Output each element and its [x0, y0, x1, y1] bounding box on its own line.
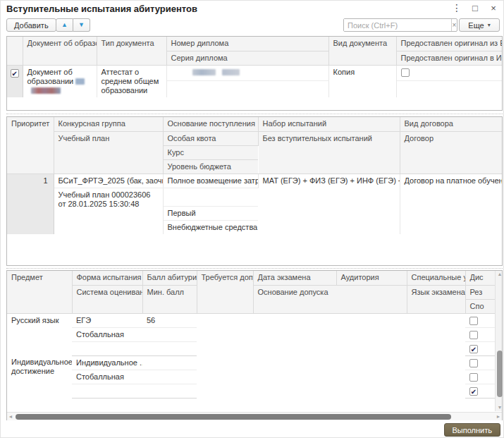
header-course: Курс: [163, 145, 258, 159]
scroll-up-icon[interactable]: ▲: [496, 271, 504, 278]
cell-original-is[interactable]: [396, 81, 502, 97]
more-button[interactable]: Еще▾: [459, 18, 500, 32]
dis-checkbox[interactable]: [469, 359, 478, 367]
cell-flag-dis[interactable]: [465, 355, 495, 370]
cell-original-epgu[interactable]: [396, 65, 502, 81]
cell-grading[interactable]: Стобалльная: [72, 370, 142, 384]
cell-empty[interactable]: [72, 384, 142, 398]
header-priority: Приоритет: [7, 117, 54, 174]
cell-doc-type[interactable]: Аттестат о среднем общем образовании: [97, 65, 166, 97]
cell-doc-kind[interactable]: Копия: [328, 65, 396, 97]
move-down-button[interactable]: ▼: [73, 18, 90, 32]
cell-min-score[interactable]: [142, 327, 197, 341]
rez-checkbox[interactable]: [469, 331, 478, 339]
spo-checkbox[interactable]: ✔: [469, 345, 478, 353]
search-clear-icon[interactable]: ×: [451, 19, 457, 31]
original-epgu-checkbox[interactable]: [401, 68, 410, 77]
redacted-block: [222, 69, 240, 75]
redacted-block: [75, 78, 85, 85]
cell-course[interactable]: Первый: [163, 206, 258, 220]
header-document: Документ об образовании: [23, 37, 97, 65]
cell-basis[interactable]: Полное возмещение затрат: [163, 174, 258, 188]
panel-splitter[interactable]: [6, 114, 503, 114]
cell-flag-dis[interactable]: [465, 313, 495, 327]
cell-contract[interactable]: Договор на платное обучение: [400, 174, 502, 234]
header-col-dis: Дис: [465, 271, 495, 285]
cell-admission-required[interactable]: [197, 313, 253, 355]
search-input[interactable]: [344, 19, 451, 31]
cell-exam-date-basis[interactable]: [253, 355, 407, 398]
cell-exam-date-basis[interactable]: [253, 313, 407, 355]
vertical-scrollbar[interactable]: ▲ ▼: [495, 271, 502, 411]
page-title: Вступительные испытания абитуриентов: [6, 4, 197, 14]
cell-flag-rez[interactable]: [465, 370, 495, 384]
cell-flag-rez[interactable]: [465, 327, 495, 341]
cell-budget[interactable]: Внебюджетные средства: [163, 220, 258, 234]
cell-group[interactable]: БСиТ_ФРТЭ_2025 (бак, заочное...: [54, 174, 163, 188]
horizontal-scrollbar[interactable]: ◄ ►: [7, 412, 502, 420]
cell-subject[interactable]: Русский язык: [7, 313, 72, 355]
header-subject: Предмет: [7, 271, 72, 313]
cell-empty[interactable]: [72, 341, 142, 355]
header-admission-basis: Основание допуска: [253, 285, 407, 313]
subjects-panel: Предмет Форма испытания Балл абитуриента…: [6, 270, 503, 420]
scroll-right-icon[interactable]: ►: [495, 413, 502, 421]
scroll-down-icon[interactable]: ▼: [496, 404, 504, 411]
cell-quota[interactable]: [163, 188, 258, 206]
cell-document-label: Документ об образовании: [27, 68, 74, 85]
cell-document[interactable]: Документ об образовании: [23, 65, 97, 97]
cell-grading[interactable]: Стобалльная: [72, 327, 142, 341]
close-icon[interactable]: ×: [488, 2, 499, 13]
select-column-header: [7, 37, 23, 65]
header-original-epgu: Предоставлен оригинал из ЕПГУ: [396, 37, 502, 51]
cell-special[interactable]: [407, 355, 465, 398]
cell-diploma-series[interactable]: [166, 81, 328, 97]
cell-exam-set[interactable]: МАТ (ЕГЭ) + ФИЗ (ЕГЭ) + ИНФ (ЕГЭ) + РУС …: [258, 174, 400, 234]
reorder-buttons: ▲ ▼: [56, 18, 90, 32]
row-selected-checkbox[interactable]: ✔: [11, 69, 19, 78]
cell-flag-spo[interactable]: ✔: [465, 341, 495, 355]
header-contract-kind: Вид договора: [400, 117, 502, 131]
rez-checkbox[interactable]: [469, 373, 478, 382]
vertical-scroll-thumb[interactable]: [497, 351, 503, 397]
titlebar: Вступительные испытания абитуриентов ⋮ □…: [1, 1, 503, 16]
more-label: Еще: [468, 21, 484, 30]
cell-min-score[interactable]: [142, 370, 197, 384]
spo-checkbox[interactable]: ✔: [469, 387, 478, 396]
documents-panel: Документ об образовании Тип документа Но…: [6, 36, 503, 111]
scroll-left-icon[interactable]: ◄: [7, 413, 14, 421]
cell-plan[interactable]: Учебный план 000023606 от 28.01.2025 15:…: [54, 188, 163, 234]
cell-exam-form[interactable]: Индивидуальное ...: [72, 355, 142, 370]
cell-exam-form[interactable]: ЕГЭ: [72, 313, 142, 327]
header-room: Аудитория: [336, 271, 407, 285]
cell-empty[interactable]: [142, 384, 197, 398]
row-select-cell[interactable]: ✔: [7, 65, 23, 97]
move-up-icon: ▲: [61, 22, 68, 28]
header-doc-kind: Вид документа: [328, 37, 396, 65]
dis-checkbox[interactable]: [469, 317, 478, 325]
horizontal-scroll-thumb[interactable]: [16, 414, 451, 420]
header-quota: Особая квота: [163, 131, 258, 145]
maximize-icon[interactable]: □: [469, 2, 481, 13]
cell-special[interactable]: [407, 313, 465, 355]
cell-score[interactable]: [142, 355, 197, 370]
header-col-spo: Спо: [465, 299, 495, 313]
execute-button[interactable]: Выполнить: [444, 423, 500, 437]
cell-subject[interactable]: Индивидуальное достижение: [7, 355, 72, 398]
cell-score[interactable]: 56: [142, 313, 197, 327]
cell-admission-required[interactable]: [197, 355, 253, 398]
header-grading: Система оценивания: [72, 285, 142, 313]
panel-splitter[interactable]: [6, 268, 503, 269]
priorities-table: Приоритет Конкурсная группа Основание по…: [7, 117, 502, 234]
cell-priority[interactable]: 1: [7, 174, 54, 234]
header-special: Специальные условия: [407, 271, 465, 285]
cell-empty[interactable]: [142, 341, 197, 355]
header-exam-set: Набор испытаний: [258, 117, 400, 131]
window-menu-icon[interactable]: ⋮: [451, 2, 462, 13]
header-exam-lang: Язык экзамена: [407, 285, 465, 313]
move-up-button[interactable]: ▲: [56, 18, 73, 32]
add-button[interactable]: Добавить: [6, 18, 56, 32]
header-score: Балл абитуриента: [142, 271, 197, 285]
cell-flag-spo[interactable]: ✔: [465, 384, 495, 398]
cell-diploma-number[interactable]: [166, 65, 328, 81]
